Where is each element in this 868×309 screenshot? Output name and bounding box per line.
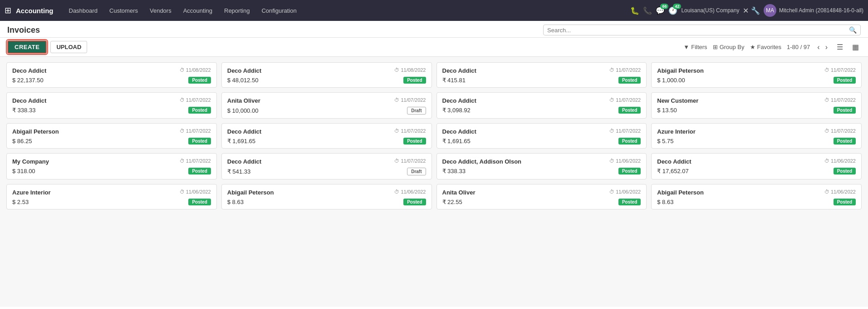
kanban-card[interactable]: Deco Addict ⏱ 11/07/2022 ₹ 1,691.65 Post…	[436, 123, 647, 149]
user-name: Mitchell Admin (20814848-16-0-all)	[779, 7, 863, 14]
user-menu[interactable]: MA Mitchell Admin (20814848-16-0-all)	[764, 4, 863, 17]
card-amount: ₹ 541.33	[227, 168, 250, 175]
status-badge: Draft	[407, 107, 426, 115]
kanban-card[interactable]: Abigail Peterson ⏱ 11/07/2022 $ 1,000.00…	[651, 62, 862, 88]
card-header: Abigail Peterson ⏱ 11/06/2022	[227, 189, 426, 196]
card-footer: $ 2.53 Posted	[12, 199, 211, 205]
card-header: Deco Addict ⏱ 11/07/2022	[12, 97, 211, 104]
card-header: Deco Addict ⏱ 11/06/2022	[657, 158, 856, 165]
card-header: Deco Addict, Addison Olson ⏱ 11/06/2022	[442, 158, 641, 165]
clock-icon: ⏱	[394, 189, 399, 194]
kanban-card[interactable]: Deco Addict ⏱ 11/07/2022 ₹ 3,098.92 Post…	[436, 92, 647, 119]
card-header: Anita Oliver ⏱ 11/06/2022	[442, 189, 641, 196]
top-navigation: ⊞ Accounting Dashboard Customers Vendors…	[0, 0, 868, 21]
status-badge: Posted	[618, 107, 641, 114]
nav-reporting[interactable]: Reporting	[219, 5, 255, 16]
card-name: New Customer	[657, 97, 698, 104]
kanban-card[interactable]: New Customer ⏱ 11/07/2022 $ 13.50 Posted	[651, 92, 862, 119]
kanban-card[interactable]: My Company ⏱ 11/07/2022 $ 318.00 Posted	[6, 153, 217, 179]
card-header: Deco Addict ⏱ 11/07/2022	[442, 97, 641, 104]
nav-vendors[interactable]: Vendors	[144, 5, 177, 16]
card-header: Deco Addict ⏱ 11/07/2022	[227, 158, 426, 165]
nav-customers[interactable]: Customers	[104, 5, 143, 16]
search-bar[interactable]: 🔍	[543, 25, 861, 35]
kanban-view-button[interactable]: ▦	[850, 42, 861, 52]
kanban-card[interactable]: Deco Addict ⏱ 11/08/2022 $ 22,137.50 Pos…	[6, 62, 217, 88]
nav-dashboard[interactable]: Dashboard	[64, 5, 103, 16]
topnav-right: 🐛 📞 💬 66 🕐 42 Louisana(US) Company ✕ 🔧 M…	[630, 4, 863, 17]
card-name: Deco Addict	[227, 128, 261, 135]
next-page-button[interactable]: ›	[824, 42, 829, 52]
kanban-card[interactable]: Abigail Peterson ⏱ 11/06/2022 $ 8.63 Pos…	[651, 184, 862, 209]
kanban-card[interactable]: Abigail Peterson ⏱ 11/07/2022 $ 86.25 Po…	[6, 123, 217, 149]
card-amount: ₹ 1,691.65	[442, 138, 471, 145]
kanban-card[interactable]: Abigail Peterson ⏱ 11/06/2022 $ 8.63 Pos…	[221, 184, 432, 209]
activity-icon[interactable]: 🕐 42	[668, 6, 677, 15]
card-date: ⏱ 11/07/2022	[394, 97, 426, 103]
filters-button[interactable]: ▼ Filters	[683, 44, 707, 50]
kanban-card[interactable]: Anita Oliver ⏱ 11/07/2022 $ 10,000.00 Dr…	[221, 92, 432, 119]
kanban-card[interactable]: Deco Addict ⏱ 11/07/2022 ₹ 415.81 Posted	[436, 62, 647, 88]
kanban-card[interactable]: Deco Addict ⏱ 11/07/2022 ₹ 541.33 Draft	[221, 153, 432, 179]
kanban-card[interactable]: Azure Interior ⏱ 11/07/2022 $ 5.75 Poste…	[651, 123, 862, 149]
status-badge: Posted	[618, 168, 641, 174]
favorites-button[interactable]: ★ Favorites	[750, 44, 781, 50]
card-amount: $ 48,012.50	[227, 77, 259, 84]
main-menu: Dashboard Customers Vendors Accounting R…	[64, 5, 628, 16]
kanban-card[interactable]: Azure Interior ⏱ 11/06/2022 $ 2.53 Poste…	[6, 184, 217, 209]
status-badge: Posted	[403, 77, 426, 84]
apps-icon[interactable]: ⊞	[5, 5, 11, 15]
favorites-label: Favorites	[757, 44, 781, 50]
card-header: Azure Interior ⏱ 11/06/2022	[12, 189, 211, 196]
card-footer: $ 8.63 Posted	[657, 199, 856, 205]
card-date: ⏱ 11/08/2022	[180, 67, 211, 73]
card-amount: ₹ 338.33	[442, 168, 466, 174]
filter-icon: ▼	[683, 44, 689, 50]
clock-icon: ⏱	[394, 128, 399, 134]
card-footer: $ 13.50 Posted	[657, 107, 856, 114]
card-amount: $ 86.25	[12, 138, 32, 145]
nav-configuration[interactable]: Configuration	[256, 5, 302, 16]
card-amount: ₹ 1,691.65	[227, 138, 255, 145]
card-amount: ₹ 3,098.92	[442, 107, 471, 114]
kanban-card[interactable]: Deco Addict ⏱ 11/07/2022 ₹ 338.33 Posted	[6, 92, 217, 119]
status-badge: Posted	[834, 77, 856, 84]
card-date: ⏱ 11/07/2022	[609, 97, 641, 103]
card-footer: ₹ 22.55 Posted	[442, 199, 641, 205]
upload-button[interactable]: UPLOAD	[50, 41, 87, 53]
groupby-button[interactable]: ⊞ Group By	[713, 44, 745, 50]
card-header: Abigail Peterson ⏱ 11/07/2022	[12, 128, 211, 135]
company-name[interactable]: Louisana(US) Company	[681, 7, 739, 14]
status-badge: Posted	[403, 138, 426, 145]
status-badge: Draft	[407, 168, 426, 175]
kanban-card[interactable]: Anita Oliver ⏱ 11/06/2022 ₹ 22.55 Posted	[436, 184, 647, 209]
kanban-card[interactable]: Deco Addict ⏱ 11/06/2022 ₹ 17,652.07 Pos…	[651, 153, 862, 179]
list-view-button[interactable]: ☰	[835, 42, 845, 52]
create-button[interactable]: CREATE	[7, 40, 47, 54]
card-date: ⏱ 11/06/2022	[394, 189, 426, 194]
card-footer: $ 22,137.50 Posted	[12, 77, 211, 84]
app-name[interactable]: Accounting	[16, 7, 54, 15]
card-name: Deco Addict	[12, 67, 46, 74]
status-badge: Posted	[188, 168, 211, 174]
clock-icon: ⏱	[180, 158, 185, 164]
clock-icon: ⏱	[824, 128, 829, 134]
chat-icon[interactable]: 💬 66	[656, 6, 665, 15]
bug-icon[interactable]: 🐛	[630, 6, 639, 15]
card-header: Deco Addict ⏱ 11/07/2022	[442, 128, 641, 135]
card-date: ⏱ 11/06/2022	[609, 189, 641, 194]
page-title: Invoices	[7, 25, 40, 35]
card-date: ⏱ 11/07/2022	[180, 97, 211, 103]
clock-icon: ⏱	[609, 128, 614, 134]
kanban-card[interactable]: Deco Addict, Addison Olson ⏱ 11/06/2022 …	[436, 153, 647, 179]
card-header: Deco Addict ⏱ 11/07/2022	[442, 67, 641, 74]
card-date: ⏱ 11/07/2022	[394, 158, 426, 164]
kanban-card[interactable]: Deco Addict ⏱ 11/08/2022 $ 48,012.50 Pos…	[221, 62, 432, 88]
prev-page-button[interactable]: ‹	[815, 42, 821, 52]
search-icon[interactable]: 🔍	[849, 26, 857, 34]
phone-icon[interactable]: 📞	[643, 6, 652, 15]
kanban-card[interactable]: Deco Addict ⏱ 11/07/2022 ₹ 1,691.65 Post…	[221, 123, 432, 149]
settings-icon[interactable]: ✕ 🔧	[743, 6, 760, 15]
nav-accounting[interactable]: Accounting	[178, 5, 218, 16]
search-input[interactable]	[547, 27, 849, 34]
